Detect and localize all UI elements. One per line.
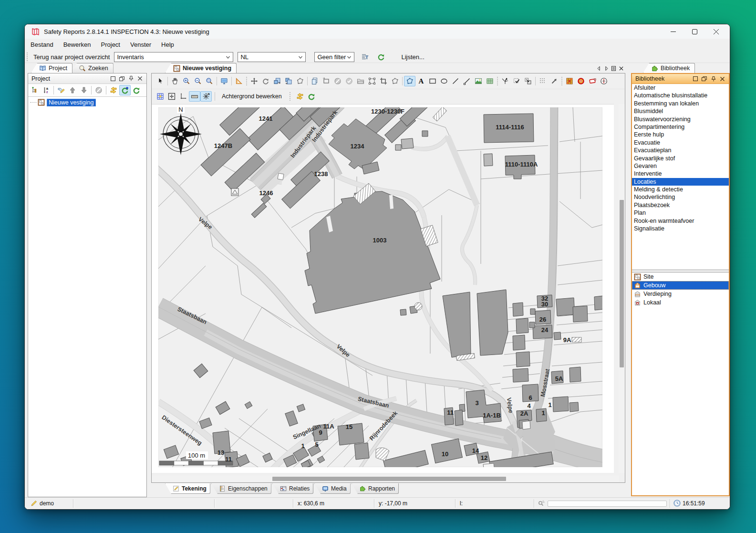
library-item-locaties[interactable]: Locaties: [632, 178, 729, 186]
map-cursor-icon[interactable]: [155, 76, 166, 86]
panel-close-icon[interactable]: [135, 74, 145, 83]
project-arrow-up-icon[interactable]: [67, 85, 78, 95]
tab-bibliotheek[interactable]: Bibliotheek: [643, 63, 695, 73]
tab-document-nieuwe-vestiging[interactable]: Nieuwe vestiging: [165, 63, 237, 73]
nav-next-icon[interactable]: [603, 65, 610, 72]
edit-background-button[interactable]: Achtergrond bewerken: [218, 92, 286, 101]
project-tree-sort-icon[interactable]: [29, 85, 41, 95]
map-zoom-sel-icon[interactable]: [204, 76, 215, 86]
close-button[interactable]: [705, 24, 727, 39]
map-measure-bar-icon[interactable]: [189, 91, 200, 102]
project-alpha-sort-icon[interactable]: az: [41, 85, 52, 95]
menu-venster[interactable]: Venster: [126, 39, 155, 50]
tree-item-nieuwe-vestiging[interactable]: Nieuwe vestiging: [28, 98, 146, 106]
library-group-verdieping[interactable]: Verdieping: [632, 290, 729, 298]
map-to-back-icon[interactable]: [283, 76, 294, 86]
map-dots-grid-icon[interactable]: [537, 76, 549, 86]
panel-pin-icon[interactable]: [709, 74, 718, 83]
map-horizontal-scrollbar[interactable]: [152, 476, 619, 482]
library-item-evacuatie[interactable]: Evacuatie: [632, 139, 729, 146]
project-arrow-down-icon[interactable]: [78, 85, 90, 95]
nav-prev-icon[interactable]: [596, 65, 602, 72]
back-to-overview-label[interactable]: Terug naar project overzicht: [33, 53, 110, 61]
minimize-button[interactable]: [663, 24, 684, 39]
map-block-icon[interactable]: [332, 76, 343, 86]
library-item-interventie[interactable]: Interventie: [632, 170, 729, 178]
filter-columns-icon[interactable]: [359, 52, 371, 62]
panel-pin-icon[interactable]: [126, 74, 135, 83]
project-block-icon[interactable]: [93, 85, 104, 95]
library-item-evacuatieplan[interactable]: Evacuatieplan: [632, 146, 729, 154]
tab-project[interactable]: Project: [31, 63, 72, 73]
map-poly-gray-icon[interactable]: [294, 76, 306, 86]
map-snap-check-icon[interactable]: [511, 76, 522, 86]
library-item-plaatsbezoek[interactable]: Plaatsbezoek: [632, 201, 729, 209]
map-zoom-in-icon[interactable]: [181, 76, 192, 86]
project-rotate-green-icon[interactable]: [131, 85, 142, 95]
tab-zoeken[interactable]: Zoeken: [71, 63, 114, 73]
library-item-bestemming-van-lokalen[interactable]: Bestemming van lokalen: [632, 100, 729, 107]
library-item-signalisatie[interactable]: Signalisatie: [632, 225, 729, 232]
library-item-blusmiddel[interactable]: Blusmiddel: [632, 107, 729, 115]
library-item-afsluiter[interactable]: Afsluiter: [632, 84, 729, 92]
map-rotate-gray-icon[interactable]: [260, 76, 271, 86]
library-group-gebouw[interactable]: Gebouw: [632, 281, 729, 290]
vscroll-thumb[interactable]: [620, 200, 624, 367]
panel-maximize-icon[interactable]: [108, 74, 117, 83]
panel-restore-icon[interactable]: [117, 74, 126, 83]
map-shape-ellipse-icon[interactable]: [438, 76, 450, 86]
map-red-donut-icon[interactable]: [575, 76, 587, 86]
map-monitor-icon[interactable]: [218, 76, 230, 86]
filter-combobox[interactable]: Geen filter: [314, 52, 354, 62]
refresh-green-icon[interactable]: [375, 52, 387, 62]
library-group-site[interactable]: Site: [632, 272, 729, 281]
tab-close-icon[interactable]: [618, 65, 625, 72]
hscroll-thumb[interactable]: [272, 477, 506, 481]
map-north-star-icon[interactable]: N: [200, 91, 212, 102]
map-rotate-green-icon[interactable]: [306, 91, 317, 102]
map-image-green-icon[interactable]: [473, 76, 484, 86]
map-move-icon[interactable]: [249, 76, 260, 86]
map-rect-handles-icon[interactable]: [366, 76, 378, 86]
library-item-noodverlichting[interactable]: Noodverlichting: [632, 193, 729, 201]
map-shape-line2-icon[interactable]: [461, 76, 473, 86]
map-red-rect-icon[interactable]: [587, 76, 598, 86]
map-check-gray-icon[interactable]: [343, 76, 355, 86]
menu-bestand[interactable]: Bestand: [27, 39, 57, 50]
tab-list-icon[interactable]: [611, 65, 617, 72]
map-shape-rect-icon[interactable]: [427, 76, 438, 86]
map-folder-icon[interactable]: [355, 76, 366, 86]
inventory-combobox[interactable]: Inventaris: [114, 52, 233, 62]
map-shape-line-icon[interactable]: [450, 76, 461, 86]
map-zoom-out-icon[interactable]: [192, 76, 204, 86]
map-hand-icon[interactable]: [169, 76, 181, 86]
map-grid-blue-icon[interactable]: [155, 91, 166, 102]
tab-media[interactable]: Media: [314, 483, 351, 494]
map-to-front-icon[interactable]: [271, 76, 283, 86]
library-item-plan[interactable]: Plan: [632, 209, 729, 217]
library-item-eerste-hulp[interactable]: Eerste hulp: [632, 131, 729, 138]
menu-bewerken[interactable]: Bewerken: [60, 39, 95, 50]
map-poly-blue-icon[interactable]: [404, 76, 415, 86]
map-canvas[interactable]: N100 mIndustrieparkIndustrieparkVelpeVel…: [152, 104, 614, 473]
project-tag-edit-icon[interactable]: [55, 85, 67, 95]
tab-tekening[interactable]: Tekening: [165, 483, 210, 494]
map-set-square-icon[interactable]: [233, 76, 245, 86]
panel-restore-icon[interactable]: [700, 74, 709, 83]
lists-button[interactable]: Lijsten...: [401, 53, 424, 61]
map-copy-icon[interactable]: [309, 76, 321, 86]
map-grid-green-icon[interactable]: [484, 76, 496, 86]
library-group-lokaal[interactable]: Lokaal: [632, 298, 729, 307]
library-item-compartimentering[interactable]: Compartimentering: [632, 123, 729, 131]
panel-close-icon[interactable]: [718, 74, 727, 83]
library-item-automatische-blusinstallatie[interactable]: Automatische blusinstallatie: [632, 92, 729, 99]
map-resize-move-icon[interactable]: [522, 76, 534, 86]
panel-maximize-icon[interactable]: [691, 74, 700, 83]
map-crop-icon[interactable]: [378, 76, 389, 86]
menu-help[interactable]: Help: [157, 39, 178, 50]
map-crop-rotate-icon[interactable]: [321, 76, 332, 86]
map-axis-arrows-icon[interactable]: [177, 91, 189, 102]
project-rotate-add-icon[interactable]: [119, 85, 131, 95]
map-grid-colored-icon[interactable]: [564, 76, 575, 86]
tab-eigenschappen[interactable]: Eigenschappen: [211, 483, 271, 494]
